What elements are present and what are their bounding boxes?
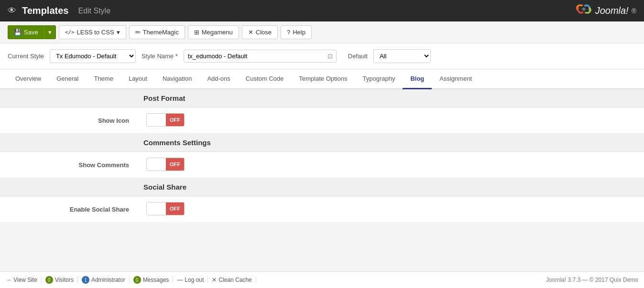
less-dropdown-icon: ▾ <box>117 29 120 36</box>
theme-magic-icon: ✏ <box>135 29 141 36</box>
toggle-off-label: OFF <box>166 203 184 215</box>
admin-badge: 1 <box>82 276 89 280</box>
tab-customcode[interactable]: Custom Code <box>238 69 291 89</box>
toggle-off-left <box>147 114 166 126</box>
footer-left: → View Site 0 Visitors 1 Administrator 0… <box>6 276 256 280</box>
show-comments-toggle[interactable]: OFF <box>146 158 185 171</box>
edit-icon: ⊡ <box>327 53 333 60</box>
enable-social-share-label: Enable Social Share <box>0 206 139 213</box>
comments-section-header: Comments Settings <box>0 134 644 152</box>
post-format-section-header: Post Format <box>0 89 644 107</box>
save-label: Save <box>24 29 38 36</box>
messages-item[interactable]: 0 Messages <box>130 276 174 280</box>
logout-item[interactable]: — Log out <box>173 277 208 280</box>
toggle-off-label: OFF <box>166 114 184 126</box>
enable-social-share-control: OFF <box>139 197 644 221</box>
footer-bar: → View Site 0 Visitors 1 Administrator 0… <box>0 271 644 280</box>
dropdown-arrow-icon: ▾ <box>48 29 52 36</box>
save-button-group[interactable]: 💾 Save ▾ <box>8 25 56 39</box>
toggle-off-left <box>147 203 166 215</box>
tab-typography[interactable]: Typography <box>355 69 403 89</box>
tab-assignment[interactable]: Assignment <box>432 69 480 89</box>
save-icon: 💾 <box>14 29 22 36</box>
style-name-input[interactable] <box>184 50 337 63</box>
clean-cache-item[interactable]: ✕ Clean Cache <box>208 277 256 280</box>
tab-blog[interactable]: Blog <box>403 69 432 89</box>
top-bar: 👁 Templates Edit Style Joomla! ® <box>0 0 644 21</box>
tab-navigation[interactable]: Navigation <box>155 69 199 89</box>
social-share-section-header: Social Share <box>0 178 644 196</box>
top-bar-left: 👁 Templates Edit Style <box>8 5 110 16</box>
page-subtitle: Edit Style <box>78 7 110 15</box>
view-site-link[interactable]: → View Site <box>6 277 42 280</box>
style-name-label: Style Name * <box>142 53 178 60</box>
content-area: Post Format Show Icon OFF Comments Setti… <box>0 89 644 280</box>
visitors-badge: 0 <box>45 276 53 280</box>
joomla-registered: ® <box>632 7 636 15</box>
show-comments-row: Show Comments OFF <box>0 152 644 178</box>
style-bar: Current Style Tx Edumodo - Default Style… <box>0 43 644 69</box>
show-comments-label: Show Comments <box>0 161 139 169</box>
joomla-logo: Joomla! ® <box>575 2 636 20</box>
tab-templateoptions[interactable]: Template Options <box>291 69 355 89</box>
joomla-brand-icon <box>575 2 592 20</box>
show-icon-row: Show Icon OFF <box>0 107 644 134</box>
show-comments-control: OFF <box>139 153 644 177</box>
page-title: Templates <box>22 5 68 16</box>
less-icon: </> <box>65 29 75 35</box>
save-dropdown-button[interactable]: ▾ <box>44 25 56 39</box>
tab-layout[interactable]: Layout <box>121 69 155 89</box>
tab-general[interactable]: General <box>49 69 86 89</box>
theme-magic-button[interactable]: ✏ ThemeMagic <box>129 25 185 39</box>
svg-point-0 <box>582 7 585 11</box>
view-site-icon: → <box>6 277 11 280</box>
current-style-label: Current Style <box>8 53 44 60</box>
current-style-select[interactable]: Tx Edumodo - Default <box>50 49 136 63</box>
save-main-button[interactable]: 💾 Save <box>8 25 44 39</box>
visitors-item[interactable]: 0 Visitors <box>42 276 78 280</box>
toggle-off-left <box>147 158 166 171</box>
toggle-off-label: OFF <box>166 158 184 171</box>
enable-social-share-row: Enable Social Share OFF <box>0 196 644 223</box>
default-select[interactable]: All <box>373 49 431 63</box>
eye-icon: 👁 <box>8 6 16 16</box>
help-icon: ? <box>287 29 290 36</box>
show-icon-label: Show Icon <box>0 117 139 124</box>
tab-theme[interactable]: Theme <box>86 69 120 89</box>
close-icon: ✕ <box>248 29 253 36</box>
logout-icon: — <box>177 277 183 280</box>
megamenu-icon: ⊞ <box>194 29 199 36</box>
clean-cache-icon: ✕ <box>212 277 217 280</box>
administrator-item[interactable]: 1 Administrator <box>78 276 130 280</box>
tabs-bar: Overview General Theme Layout Navigation… <box>0 69 644 89</box>
footer-version: Joomla! 3.7.3 — © 2017 Quix Demo <box>546 277 638 280</box>
tab-addons[interactable]: Add-ons <box>199 69 238 89</box>
tab-overview[interactable]: Overview <box>8 69 49 89</box>
messages-badge: 0 <box>133 276 141 280</box>
default-label: Default <box>348 53 368 60</box>
less-to-css-button[interactable]: </> LESS to CSS ▾ <box>59 25 126 39</box>
joomla-text: Joomla! <box>595 5 629 16</box>
show-icon-control: OFF <box>139 108 644 132</box>
megamenu-button[interactable]: ⊞ Megamenu <box>188 25 239 39</box>
toolbar: 💾 Save ▾ </> LESS to CSS ▾ ✏ ThemeMagic … <box>0 21 644 43</box>
style-name-wrapper: ⊡ <box>184 50 337 63</box>
enable-social-share-toggle[interactable]: OFF <box>146 202 185 215</box>
help-button[interactable]: ? Help <box>281 25 312 39</box>
show-icon-toggle[interactable]: OFF <box>146 113 185 127</box>
close-button[interactable]: ✕ Close <box>242 25 278 39</box>
